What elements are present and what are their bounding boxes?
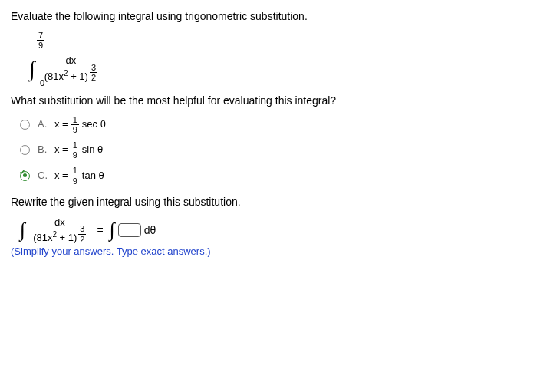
- radio-icon[interactable]: ✔: [20, 171, 30, 181]
- choice-c[interactable]: ✔ C. x = 19 tan θ: [20, 166, 526, 185]
- rewrite-equation: ∫ dx (81x2 + 1) 3 2 = ∫ dθ: [20, 216, 526, 245]
- choice-math: x = 19 sin θ: [54, 140, 103, 160]
- integral-sign-icon: ∫: [20, 220, 25, 240]
- choice-math: x = 19 sec θ: [54, 115, 106, 134]
- hint-text: (Simplify your answers. Type exact answe…: [11, 245, 526, 259]
- choice-label: A.: [38, 118, 50, 131]
- choice-math: x = 19 tan θ: [54, 166, 104, 185]
- lhs-fraction: dx (81x2 + 1) 3 2: [28, 216, 91, 245]
- upper-limit: 7 9: [37, 31, 44, 50]
- prompt-substitution: What substitution will be the most helpf…: [11, 94, 526, 107]
- choice-label: C.: [38, 170, 50, 183]
- integral-sign-icon: ∫ 0: [29, 58, 35, 80]
- prompt-rewrite: Rewrite the given integral using this su…: [11, 195, 526, 209]
- choice-a[interactable]: A. x = 19 sec θ: [20, 115, 526, 134]
- choice-label: B.: [38, 143, 50, 156]
- main-integral: ∫ 0 dx (81x2 + 1) 3 2: [29, 54, 526, 83]
- choice-list: A. x = 19 sec θ B. x = 19 sin θ ✔ C. x =…: [20, 115, 526, 186]
- choice-b[interactable]: B. x = 19 sin θ: [20, 140, 526, 160]
- answer-input[interactable]: [118, 223, 141, 237]
- integral-sign-icon: ∫: [110, 220, 115, 240]
- check-icon: ✔: [19, 167, 25, 177]
- radio-icon[interactable]: [20, 120, 30, 130]
- radio-icon[interactable]: [20, 145, 30, 155]
- prompt-evaluate: Evaluate the following integral using tr…: [11, 9, 526, 23]
- dtheta: dθ: [144, 223, 156, 237]
- integrand-fraction: dx (81x2 + 1) 3 2: [40, 54, 102, 83]
- equals-sign: =: [97, 223, 103, 237]
